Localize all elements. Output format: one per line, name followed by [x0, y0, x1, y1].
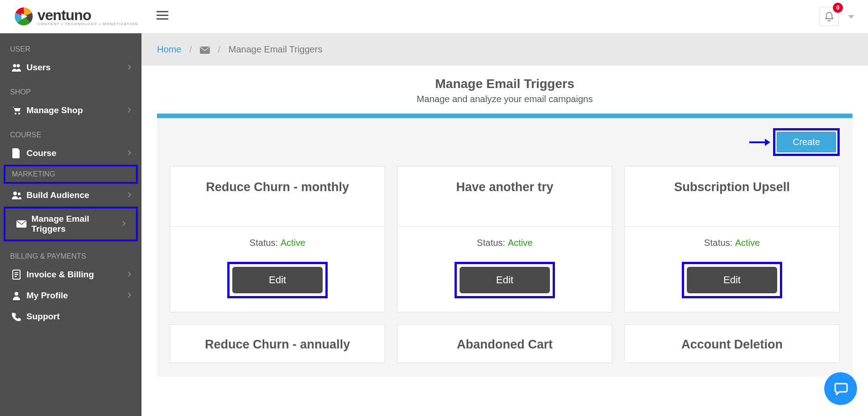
edit-highlight: Edit: [455, 262, 555, 298]
app-header: ventuno CONTENT • TECHNOLOGY • MONETIZAT…: [0, 0, 868, 33]
sidebar-item-users[interactable]: Users: [0, 57, 141, 78]
sidebar-item-invoice-billing[interactable]: Invoice & Billing: [0, 264, 141, 285]
trigger-card: Account Deletion: [624, 324, 840, 363]
logo-icon: [14, 6, 34, 26]
sidebar-item-label: Invoice & Billing: [26, 270, 94, 280]
card-title: Have another try: [407, 180, 603, 194]
edit-highlight: Edit: [682, 262, 782, 298]
sidebar-item-manage-email-triggers[interactable]: Manage Email Triggers: [4, 207, 138, 241]
sidebar-item-label: Support: [26, 312, 60, 322]
create-highlight: Create: [773, 128, 840, 156]
card-title: Reduce Churn - annually: [179, 338, 376, 352]
page-title: Manage Email Triggers: [141, 77, 868, 91]
card-title: Subscription Upsell: [634, 180, 830, 194]
chat-icon: [833, 381, 848, 396]
sidebar-heading: COURSE: [0, 121, 141, 143]
chevron-right-icon: [127, 291, 131, 301]
breadcrumb: Home / / Manage Email Triggers: [141, 33, 868, 66]
sidebar-heading: BILLING & PAYMENTS: [0, 242, 141, 264]
main-content: Home / / Manage Email Triggers Manage Em…: [141, 33, 868, 416]
annotation-arrow-icon: [748, 137, 770, 147]
cart-icon: [10, 106, 23, 115]
card-title: Account Deletion: [634, 338, 830, 352]
edit-button[interactable]: Edit: [687, 267, 777, 293]
users-icon: [10, 63, 23, 72]
card-title: Abandoned Cart: [407, 338, 603, 352]
trigger-card: Subscription UpsellStatus: ActiveEdit: [624, 166, 840, 312]
chat-widget-button[interactable]: [824, 372, 857, 405]
svg-point-6: [13, 64, 16, 68]
sidebar-item-support[interactable]: Support: [0, 306, 141, 327]
sidebar-item-build-audience[interactable]: Build Audience: [0, 185, 141, 206]
menu-toggle-button[interactable]: [157, 11, 168, 22]
chevron-right-icon: [127, 105, 131, 115]
svg-rect-4: [157, 18, 168, 20]
svg-point-11: [18, 192, 21, 195]
breadcrumb-current: Manage Email Triggers: [229, 44, 323, 54]
logo[interactable]: ventuno CONTENT • TECHNOLOGY • MONETIZAT…: [14, 6, 138, 26]
bell-icon: [825, 11, 834, 21]
sidebar-item-course[interactable]: Course: [0, 143, 141, 164]
sidebar-item-label: My Profile: [26, 291, 68, 301]
svg-rect-3: [157, 15, 168, 16]
svg-rect-2: [157, 11, 168, 12]
card-status: Status: Active: [179, 238, 376, 248]
edit-button[interactable]: Edit: [460, 267, 550, 293]
chevron-right-icon: [127, 190, 131, 200]
sidebar-item-label: Course: [26, 148, 56, 158]
svg-marker-20: [765, 139, 770, 146]
card-status: Status: Active: [407, 238, 603, 248]
chevron-right-icon: [122, 219, 126, 229]
svg-point-9: [18, 113, 20, 114]
edit-button[interactable]: Edit: [232, 267, 323, 293]
people-icon: [10, 191, 23, 200]
svg-marker-5: [848, 15, 854, 19]
card-status: Status: Active: [634, 238, 830, 248]
notification-badge: 0: [833, 3, 843, 13]
sidebar-item-label: Build Audience: [26, 190, 89, 200]
mail-icon: [16, 220, 28, 228]
page-subtitle: Manage and analyze your email campaigns: [141, 94, 868, 104]
sidebar-heading: MARKETING: [4, 165, 138, 184]
brand-name: ventuno: [37, 7, 138, 24]
create-button[interactable]: Create: [777, 132, 836, 152]
sidebar-heading: SHOP: [0, 78, 141, 100]
sidebar-item-label: Users: [26, 62, 51, 73]
phone-icon: [10, 312, 23, 321]
svg-point-17: [15, 292, 18, 296]
notification-button[interactable]: 0: [820, 7, 839, 26]
doc-icon: [10, 270, 23, 280]
sidebar-item-label: Manage Shop: [26, 105, 83, 115]
edit-highlight: Edit: [227, 262, 328, 298]
user-icon: [10, 291, 23, 300]
chevron-right-icon: [127, 270, 131, 280]
trigger-card: Reduce Churn - monthlyStatus: ActiveEdit: [170, 166, 385, 312]
brand-tagline: CONTENT • TECHNOLOGY • MONETIZATION: [37, 22, 138, 26]
sidebar: USERUsersSHOPManage ShopCOURSECourseMARK…: [0, 33, 141, 416]
user-menu-dropdown[interactable]: [848, 12, 854, 21]
sidebar-item-my-profile[interactable]: My Profile: [0, 285, 141, 306]
trigger-card: Have another tryStatus: ActiveEdit: [397, 166, 612, 312]
sidebar-item-label: Manage Email Triggers: [31, 214, 122, 234]
svg-point-7: [17, 64, 20, 68]
chevron-right-icon: [127, 62, 131, 73]
sidebar-item-manage-shop[interactable]: Manage Shop: [0, 100, 141, 121]
file-icon: [10, 148, 23, 158]
chevron-right-icon: [127, 148, 131, 158]
hamburger-icon: [157, 11, 168, 20]
triggers-panel: Create Reduce Churn - monthlyStatus: Act…: [157, 114, 852, 377]
trigger-card: Abandoned Cart: [397, 324, 612, 363]
svg-point-8: [15, 113, 16, 114]
svg-point-10: [13, 192, 17, 195]
trigger-card: Reduce Churn - annually: [170, 324, 385, 363]
breadcrumb-home-link[interactable]: Home: [157, 44, 181, 54]
caret-down-icon: [848, 15, 854, 19]
mail-icon: [200, 47, 210, 54]
card-title: Reduce Churn - monthly: [179, 180, 376, 194]
sidebar-heading: USER: [0, 35, 141, 57]
